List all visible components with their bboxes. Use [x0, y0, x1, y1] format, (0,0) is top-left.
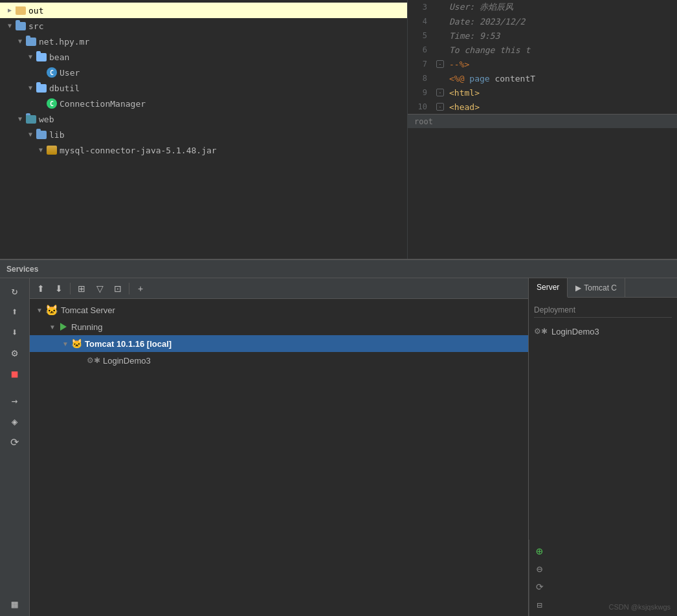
code-line-9: 9 - <html> [408, 85, 677, 100]
tab-tomcat-log[interactable]: ▶ Tomcat C [568, 278, 625, 297]
deploy-reload-icon: ⟳ [536, 582, 544, 592]
expand-all-icon[interactable]: ⬇ [5, 322, 25, 342]
action-btn-settings[interactable]: ⊟ [531, 597, 548, 613]
code-content-10: <head> [447, 102, 677, 112]
line-num-9: 9 [408, 88, 434, 97]
code-content-8: <%@ page contentT [447, 74, 677, 83]
tree-item-mysql[interactable]: ▼ mysql-connector-java-5.1.48.jar [0, 142, 407, 158]
toolbar-divider-1 [70, 283, 71, 294]
tree-label-cm: ConnectionManager [60, 99, 146, 109]
arrow-right-sidebar-icon[interactable]: → [5, 391, 25, 410]
tree-label-lib: lib [49, 130, 64, 140]
srv-item-tomcat-instance[interactable]: ▼ 🐱 Tomcat 10.1.16 [local] [30, 335, 528, 352]
services-body: ↻ ⬆ ⬇ ⚙ ■ → ◈ ⟳ ▦ ⬆ ⬇ ⊞ ▽ ⊡ [0, 278, 677, 616]
code-content-9: <html> [447, 88, 677, 98]
reload-sidebar-icon[interactable]: ⟳ [5, 432, 25, 452]
settings-sidebar-icon[interactable]: ⚙ [5, 343, 25, 362]
code-content-6: To change this t [447, 45, 677, 55]
line-num-4: 4 [408, 17, 434, 26]
services-section: Services ↻ ⬆ ⬇ ⚙ ■ → ◈ ⟳ ▦ ⬆ ⬇ [0, 259, 677, 616]
line-num-7: 7 [408, 60, 434, 69]
line-num-3: 3 [408, 3, 434, 12]
tree-label-user: User [60, 68, 80, 78]
line-num-5: 5 [408, 31, 434, 40]
breadcrumb-bar: root [408, 114, 677, 128]
tree-arrow-cm [36, 99, 45, 108]
diamond-sidebar-icon[interactable]: ◈ [5, 412, 25, 431]
code-line-10: 10 - <head> [408, 100, 677, 114]
tree-label-bean: bean [49, 52, 69, 62]
code-line-4: 4 Date: 2023/12/2 [408, 14, 677, 28]
grid-sidebar-icon[interactable]: ▦ [5, 594, 25, 613]
tree-item-lib[interactable]: ▼ lib [0, 127, 407, 142]
deployment-label: Deployment [534, 303, 672, 318]
toolbar-divider-2 [129, 283, 129, 294]
tree-label-net: net.hpy.mr [39, 37, 89, 47]
toolbar-btn-filter[interactable]: ▽ [91, 280, 108, 297]
tree-item-out[interactable]: ▶ out [0, 3, 407, 18]
tab-server[interactable]: Server [529, 278, 568, 298]
tree-item-bean[interactable]: ▼ bean [0, 49, 407, 65]
tab-tomcat-log-label: Tomcat C [584, 283, 617, 292]
tree-label-web: web [39, 115, 54, 124]
services-header: Services [0, 260, 677, 278]
toolbar-btn-group[interactable]: ⊞ [73, 280, 90, 297]
right-actions: ⊕ ⊖ ⟳ ⊟ [529, 540, 549, 616]
folder-icon-out [16, 6, 26, 15]
breadcrumb-text: root [414, 117, 433, 126]
line-gutter-9: - [434, 89, 447, 96]
services-title: Services [6, 265, 38, 274]
tree-arrow-out: ▶ [5, 6, 14, 15]
srv-item-running[interactable]: ▼ Running [30, 318, 528, 335]
tree-item-user[interactable]: C User [0, 65, 407, 80]
action-btn-deploy-remove[interactable]: ⊖ [531, 560, 548, 577]
tree-arrow-bean: ▼ [26, 52, 35, 61]
code-line-7: 7 - --%> [408, 57, 677, 71]
webapp-icon-logindemo: ⚙✱ [87, 356, 100, 365]
srv-label-tomcat-instance: Tomcat 10.1.16 [local] [85, 339, 172, 349]
srv-tree-content: ▼ 🐱 Tomcat Server ▼ Running ▼ [30, 299, 528, 371]
tree-item-net-hpy-mr[interactable]: ▼ net.hpy.mr [0, 34, 407, 49]
action-btn-reload[interactable]: ⟳ [531, 578, 548, 595]
code-content-7: --%> [447, 60, 677, 69]
tree-item-src[interactable]: ▼ src [0, 18, 407, 34]
code-content-4: Date: 2023/12/2 [447, 17, 677, 27]
run-icon-running [58, 322, 69, 332]
srv-arrow-running: ▼ [48, 324, 57, 331]
line-num-6: 6 [408, 45, 434, 54]
tree-arrow-lib: ▼ [26, 130, 35, 139]
collapse-all-icon[interactable]: ⬆ [5, 302, 25, 321]
code-content-3: User: 赤焰辰风 [447, 1, 677, 13]
tree-arrow-web: ▼ [16, 115, 25, 124]
top-section: ▶ out ▼ src ▼ net.hpy.mr ▼ bean C User [0, 0, 677, 259]
action-btn-deploy-add[interactable]: ⊕ [531, 542, 548, 559]
refresh-sidebar-icon[interactable]: ↻ [5, 281, 25, 300]
code-editor-panel: 3 User: 赤焰辰风 4 Date: 2023/12/2 5 Time: 9… [408, 0, 677, 259]
left-sidebar: ↻ ⬆ ⬇ ⚙ ■ → ◈ ⟳ ▦ [0, 278, 30, 616]
deployment-item-logindemo[interactable]: ⚙✱ LoginDemo3 [534, 323, 672, 340]
srv-item-logindemo[interactable]: ⚙✱ LoginDemo3 [30, 352, 528, 369]
toolbar-btn-pin[interactable]: ⊡ [109, 280, 126, 297]
toolbar-btn-expand-all[interactable]: ⬇ [50, 280, 67, 297]
tree-item-connection-manager[interactable]: C ConnectionManager [0, 96, 407, 111]
toolbar-btn-collapse-all[interactable]: ⬆ [32, 280, 49, 297]
tree-label-mysql: mysql-connector-java-5.1.48.jar [60, 146, 217, 155]
fold-arrow-10[interactable]: - [436, 103, 444, 111]
tree-item-dbutil[interactable]: ▼ dbutil [0, 80, 407, 96]
code-line-8: 8 <%@ page contentT [408, 71, 677, 85]
fold-arrow-7[interactable]: - [436, 60, 444, 68]
line-num-8: 8 [408, 74, 434, 83]
stop-sidebar-icon[interactable]: ■ [5, 364, 25, 383]
toolbar-btn-add[interactable]: + [132, 280, 149, 297]
srv-label-tomcat-server: Tomcat Server [61, 305, 115, 315]
class-icon-cm: C [47, 98, 57, 109]
tree-label-src: src [28, 21, 43, 31]
tree-item-web[interactable]: ▼ web [0, 111, 407, 127]
srv-item-tomcat-server[interactable]: ▼ 🐱 Tomcat Server [30, 302, 528, 318]
code-line-5: 5 Time: 9:53 [408, 28, 677, 43]
deploy-item-icon: ⚙✱ [534, 327, 548, 336]
fold-arrow-9[interactable]: - [436, 89, 444, 96]
services-toolbar: ⬆ ⬇ ⊞ ▽ ⊡ + [30, 278, 528, 299]
tree-arrow-src: ▼ [5, 21, 14, 30]
line-gutter-10: - [434, 103, 447, 111]
